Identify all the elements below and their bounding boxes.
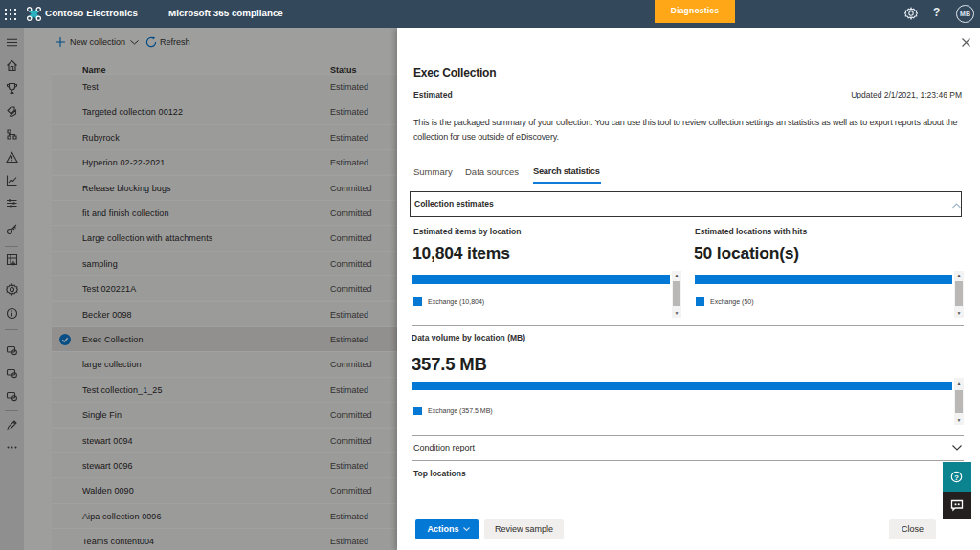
svg-text:?: ? [954, 473, 959, 482]
